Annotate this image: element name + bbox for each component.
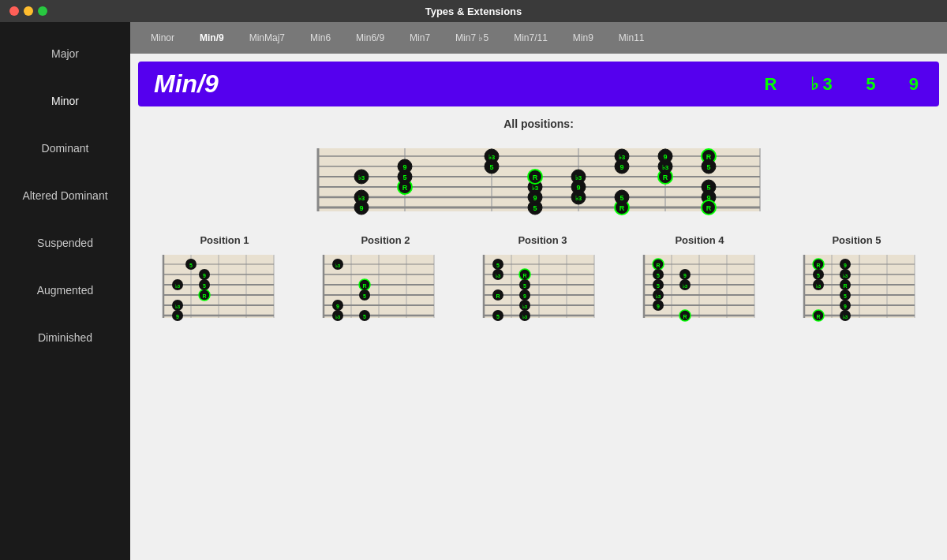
svg-text:5: 5 (657, 273, 660, 278)
svg-text:R: R (619, 204, 624, 212)
svg-text:♭3: ♭3 (661, 164, 668, 171)
full-fretboard-svg: 9 ♭3 R 5 9 ♭3 5 (302, 136, 776, 223)
position-4-label: Position 4 (637, 234, 763, 246)
svg-text:R: R (816, 263, 820, 268)
position-1-label: Position 1 (158, 234, 292, 246)
svg-text:5: 5 (657, 283, 660, 289)
svg-text:R: R (816, 314, 820, 319)
svg-text:♭3: ♭3 (335, 263, 340, 268)
traffic-lights (9, 6, 47, 16)
position-labels-row: Position 1 Position 2 Position 3 Positio… (130, 234, 947, 246)
sidebar-item-minor[interactable]: Minor (0, 77, 130, 125)
svg-text:5: 5 (619, 194, 623, 202)
svg-text:♭3: ♭3 (842, 315, 848, 319)
svg-text:♭3: ♭3 (815, 284, 821, 289)
svg-text:R: R (662, 174, 668, 181)
position-3-fretboard: 5 ♭3 R 5 9 ♭3 R 5 ♭3 (476, 251, 602, 322)
position-5-label: Position 5 (794, 234, 920, 246)
svg-text:5: 5 (496, 263, 500, 268)
sidebar-item-diminished[interactable]: Diminished (0, 314, 130, 361)
svg-text:9: 9 (336, 304, 339, 309)
svg-text:9: 9 (844, 263, 847, 268)
svg-text:5: 5 (402, 174, 406, 181)
position-1-fretboard: 9 ♭3 R 5 9 ♭3 5 (155, 251, 282, 322)
sidebar: Major Minor Dominant Altered Dominant Su… (0, 22, 130, 560)
tab-min711[interactable]: Min7/11 (501, 22, 560, 54)
svg-text:♭3: ♭3 (522, 304, 527, 309)
app-container: Major Minor Dominant Altered Dominant Su… (0, 22, 947, 560)
svg-text:R: R (522, 273, 526, 278)
svg-text:R: R (362, 283, 366, 289)
position-2-label: Position 2 (323, 234, 449, 246)
svg-text:♭3: ♭3 (618, 154, 625, 161)
position-4-fretboard: R 5 9 ♭3 5 ♭3 9 R (636, 251, 762, 322)
svg-text:♭3: ♭3 (575, 174, 582, 181)
svg-text:♭3: ♭3 (174, 284, 180, 289)
svg-text:5: 5 (817, 273, 820, 278)
chord-header: Min/9 R ♭3 5 9 (138, 62, 939, 106)
svg-text:9: 9 (203, 273, 206, 278)
svg-text:5: 5 (706, 163, 710, 171)
minimize-button[interactable] (24, 6, 33, 16)
svg-text:R: R (683, 314, 687, 319)
svg-text:♭3: ♭3 (842, 274, 848, 278)
chord-name: Min/9 (154, 69, 219, 99)
svg-text:♭3: ♭3 (682, 284, 687, 289)
svg-text:♭3: ♭3 (488, 154, 495, 161)
svg-text:5: 5 (533, 204, 537, 212)
tab-min9[interactable]: Min/9 (187, 22, 237, 54)
position-3-label: Position 3 (480, 234, 606, 246)
svg-text:♭3: ♭3 (655, 294, 661, 299)
position-5-fretboard: R 5 9 ♭3 ♭3 R 5 9 ♭3 R (796, 251, 923, 322)
svg-text:9: 9 (533, 194, 537, 202)
svg-text:9: 9 (523, 293, 526, 299)
svg-text:5: 5 (363, 293, 366, 299)
svg-text:R: R (496, 293, 500, 299)
svg-text:R: R (202, 293, 206, 299)
full-fretboard: 9 ♭3 R 5 9 ♭3 5 (138, 136, 939, 223)
svg-text:♭3: ♭3 (335, 315, 340, 319)
small-fretboards-row: 9 ♭3 R 5 9 ♭3 5 (130, 246, 947, 327)
svg-text:9: 9 (619, 163, 623, 171)
svg-text:R: R (843, 283, 847, 289)
sidebar-item-altered-dominant[interactable]: Altered Dominant (0, 172, 130, 219)
svg-text:♭3: ♭3 (357, 174, 365, 181)
svg-text:♭3: ♭3 (495, 274, 500, 278)
svg-text:9: 9 (657, 304, 660, 309)
svg-text:♭3: ♭3 (357, 195, 365, 202)
svg-text:♭3: ♭3 (531, 185, 538, 192)
svg-text:♭3: ♭3 (575, 195, 582, 202)
svg-text:R: R (402, 184, 407, 192)
svg-text:5: 5 (203, 283, 206, 289)
sidebar-item-suspended[interactable]: Suspended (0, 219, 130, 267)
tab-min6[interactable]: Min6 (298, 22, 343, 54)
window-title: Types & Extensions (425, 6, 522, 17)
titlebar: Types & Extensions (0, 0, 947, 22)
tab-minor[interactable]: Minor (138, 22, 187, 54)
all-positions-label: All positions: (130, 118, 947, 130)
svg-text:R: R (706, 204, 711, 212)
close-button[interactable] (9, 6, 19, 16)
sidebar-item-augmented[interactable]: Augmented (0, 267, 130, 314)
svg-text:5: 5 (844, 293, 847, 299)
svg-text:5: 5 (496, 314, 500, 319)
maximize-button[interactable] (38, 6, 47, 16)
chord-intervals: R ♭3 5 9 (764, 74, 923, 95)
svg-text:5: 5 (489, 163, 493, 171)
svg-text:R: R (656, 263, 660, 268)
position-2-fretboard: ♭3 9 ♭3 R 5 5 (316, 251, 442, 322)
sidebar-item-major[interactable]: Major (0, 30, 130, 77)
svg-text:5: 5 (189, 263, 193, 268)
svg-text:♭3: ♭3 (522, 315, 527, 319)
sidebar-item-dominant[interactable]: Dominant (0, 125, 130, 172)
tab-min11[interactable]: Min11 (606, 22, 657, 54)
tab-min9t[interactable]: Min9 (560, 22, 606, 54)
svg-text:9: 9 (359, 204, 363, 212)
svg-text:9: 9 (176, 314, 179, 319)
tab-min69[interactable]: Min6/9 (343, 22, 397, 54)
tab-minmaj7[interactable]: MinMaj7 (237, 22, 298, 54)
svg-text:R: R (532, 174, 537, 181)
tab-min7[interactable]: Min7 (397, 22, 443, 54)
svg-text:9: 9 (402, 163, 406, 171)
tab-min7b5[interactable]: Min7 ♭5 (443, 22, 501, 54)
